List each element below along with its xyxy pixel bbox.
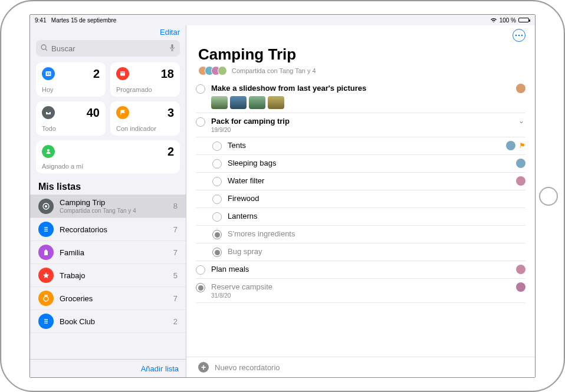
subtask-row[interactable]: Sleeping bags (196, 155, 525, 173)
smart-list-today[interactable]: 15 2 Hoy (36, 62, 106, 97)
my-lists-header: Mis listas (30, 176, 186, 195)
completion-toggle[interactable] (212, 177, 222, 186)
list-row-recordatorios[interactable]: Recordatorios7 (30, 218, 186, 241)
reminder-title: S'mores ingredients (228, 229, 520, 238)
add-list-button[interactable]: Añadir lista (141, 364, 179, 373)
smart-list-flagged[interactable]: 3 Con indicador (110, 101, 180, 136)
reminder-title: Reserve campsite (211, 282, 510, 291)
list-row-groceries[interactable]: Groceries7 (30, 287, 186, 310)
subtask-row[interactable]: S'mores ingredients (196, 226, 525, 243)
completion-toggle[interactable] (212, 159, 222, 169)
svg-point-0 (41, 45, 46, 50)
new-reminder-button[interactable]: + Nuevo recordatorio (186, 357, 535, 377)
shared-with-label: Compartida con Tang Tan y 4 (232, 67, 316, 74)
reminder-title: Firewood (228, 194, 520, 203)
reminder-title: Bug spray (228, 247, 520, 256)
calendar-today-icon: 15 (42, 67, 55, 80)
assigned-label: Asignado a mí (42, 163, 174, 170)
list-color-icon (38, 291, 54, 306)
list-color-icon (38, 199, 54, 214)
assignee-avatar (516, 282, 525, 292)
svg-point-12 (45, 205, 47, 207)
completion-toggle[interactable] (212, 230, 222, 239)
wifi-icon (490, 17, 497, 23)
list-count: 5 (173, 271, 178, 280)
reminder-row[interactable]: Plan meals (196, 261, 525, 279)
svg-line-1 (45, 49, 47, 51)
svg-point-10 (47, 149, 50, 151)
flagged-count: 3 (167, 106, 174, 120)
reminder-row[interactable]: Make a slideshow from last year's pictur… (196, 80, 525, 113)
smart-list-all[interactable]: 40 Todo (36, 101, 106, 136)
list-title: Camping Trip (186, 42, 535, 65)
assignee-avatar (516, 84, 525, 93)
completion-toggle[interactable] (196, 84, 205, 94)
shared-with-row[interactable]: Compartida con Tang Tan y 4 (186, 65, 535, 80)
svg-rect-8 (120, 72, 125, 76)
subtask-row[interactable]: Lanterns (196, 208, 525, 226)
all-label: Todo (42, 125, 100, 132)
shared-avatars (198, 66, 227, 75)
battery-icon (518, 18, 529, 22)
smart-list-scheduled[interactable]: 18 Programado (110, 62, 180, 97)
svg-point-21 (518, 35, 520, 37)
svg-rect-2 (172, 44, 173, 48)
more-options-button[interactable] (513, 29, 525, 42)
main-panel: Camping Trip Compartida con Tang Tan y 4… (186, 25, 535, 377)
svg-point-22 (521, 35, 523, 37)
list-color-icon (38, 222, 54, 237)
svg-text:15: 15 (47, 72, 51, 75)
completion-toggle[interactable] (212, 248, 222, 257)
smart-list-assigned[interactable]: 2 Asignado a mí (36, 140, 180, 173)
assignee-avatar (516, 265, 525, 274)
edit-button[interactable]: Editar (160, 28, 180, 37)
list-color-icon (38, 268, 54, 283)
subtask-row[interactable]: Firewood (196, 190, 525, 208)
reminder-title: Water filter (228, 176, 510, 185)
scheduled-label: Programado (116, 86, 174, 93)
completion-toggle[interactable] (212, 195, 222, 204)
all-count: 40 (87, 106, 100, 120)
list-color-icon (38, 314, 54, 329)
today-label: Hoy (42, 86, 100, 93)
search-input[interactable] (51, 44, 166, 53)
reminder-title: Sleeping bags (228, 159, 510, 167)
sidebar: Editar 15 (30, 25, 186, 377)
list-sublabel: Compartida con Tang Tan y 4 (60, 207, 167, 214)
plus-circle-icon: + (198, 362, 209, 373)
completion-toggle[interactable] (196, 265, 205, 275)
completion-toggle[interactable] (196, 283, 205, 292)
list-row-camping-trip[interactable]: Camping TripCompartida con Tang Tan y 48 (30, 195, 186, 218)
svg-point-16 (44, 297, 48, 301)
list-count: 7 (173, 248, 178, 257)
completion-toggle[interactable] (212, 141, 222, 151)
completion-toggle[interactable] (196, 117, 205, 127)
reminder-row[interactable]: Pack for camping trip19/9/20⌄ (196, 113, 525, 137)
reminder-title: Pack for camping trip (211, 117, 511, 126)
ipad-home-button[interactable] (539, 187, 558, 206)
subtask-row[interactable]: Bug spray (196, 243, 525, 261)
dictation-icon[interactable] (169, 44, 175, 54)
list-row-trabajo[interactable]: Trabajo5 (30, 264, 186, 287)
search-field[interactable] (36, 40, 180, 57)
subtask-row[interactable]: Water filter (196, 173, 525, 190)
reminder-row[interactable]: Reserve campsite31/8/20 (196, 279, 525, 303)
list-row-book-club[interactable]: Book Club2 (30, 310, 186, 333)
list-row-familia[interactable]: Familia7 (30, 241, 186, 264)
reminder-date: 19/9/20 (211, 127, 511, 133)
attachment-thumbnails[interactable] (211, 96, 510, 109)
status-date: Martes 15 de septiembre (51, 17, 117, 24)
list-name: Familia (60, 248, 167, 257)
completion-toggle[interactable] (212, 212, 222, 222)
subtask-row[interactable]: Tents⚑ (196, 137, 525, 155)
list-count: 2 (173, 317, 178, 326)
list-name: Trabajo (60, 271, 167, 280)
calendar-icon (116, 67, 129, 80)
assigned-count: 2 (167, 145, 174, 159)
list-count: 8 (173, 202, 178, 210)
reminder-title: Make a slideshow from last year's pictur… (211, 84, 510, 93)
reminder-date: 31/8/20 (211, 292, 510, 299)
chevron-down-icon[interactable]: ⌄ (517, 117, 525, 125)
inbox-icon (42, 106, 55, 119)
list-count: 7 (173, 294, 178, 303)
